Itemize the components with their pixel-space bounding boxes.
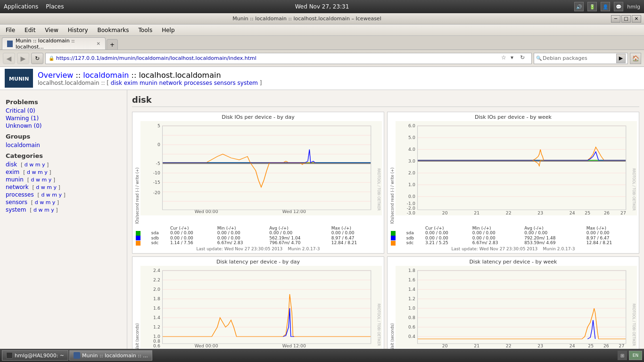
browser-taskbar-icon: [74, 352, 80, 359]
url-action-icons: ☆ ▾ ↻: [501, 54, 528, 63]
svg-text:4.0: 4.0: [408, 148, 415, 152]
sidebar-critical[interactable]: Critical (0): [6, 107, 121, 114]
svg-text:-3.0: -3.0: [407, 211, 415, 215]
chart-footer-2: Last update: Wed Nov 27 23:30:05 2013 Mu…: [389, 247, 637, 251]
browser-taskbar-app[interactable]: Munin :: localdomain :: ...: [69, 350, 152, 361]
munin-breadcrumb: localhost.localdomain :: [ disk exim mun…: [38, 80, 262, 86]
bookmark-dropdown-icon[interactable]: ▾: [511, 54, 519, 63]
menu-view[interactable]: View: [41, 26, 62, 34]
breadcrumb-disk[interactable]: disk: [111, 80, 122, 86]
cat-exim-link[interactable]: exim: [6, 169, 19, 175]
warning-link[interactable]: Warning (1): [6, 115, 39, 122]
battery-icon[interactable]: 🔋: [587, 2, 597, 11]
refresh-icon[interactable]: ↻: [520, 54, 528, 63]
legend2-sdb-name: sdb: [405, 236, 424, 241]
cat-disk-link[interactable]: disk: [6, 161, 17, 168]
svg-text:0.8: 0.8: [153, 339, 160, 343]
breadcrumb-system[interactable]: system: [238, 80, 258, 86]
cat-sensors-sub: [ d w m y ]: [31, 199, 59, 206]
menu-help[interactable]: Help: [158, 26, 178, 34]
forward-button[interactable]: ▶: [17, 53, 29, 64]
chart4-ylabel: erage IO Wait (seconds): [389, 266, 396, 349]
menu-bookmarks[interactable]: Bookmarks: [94, 26, 133, 34]
sys-network-icon: ⊞: [618, 351, 627, 360]
sidebar-cat-processes: processes [ d w m y ]: [6, 191, 121, 198]
menu-history[interactable]: History: [64, 26, 92, 34]
tab-close-icon[interactable]: ✕: [97, 41, 100, 46]
cat-exim-sub: [ d w m y ]: [23, 169, 51, 175]
menu-tools[interactable]: Tools: [135, 26, 157, 34]
back-button[interactable]: ◀: [3, 53, 15, 64]
cat-processes-sub: [ d w m y ]: [38, 192, 66, 198]
cat-processes-link[interactable]: processes: [6, 191, 34, 198]
localdomain-group-link[interactable]: localdomain: [6, 142, 40, 148]
url-bar[interactable]: 🔒 https://127.0.0.1/admin/munin/localdom…: [45, 53, 532, 64]
sidebar-cat-disk: disk [ d w m y ]: [6, 161, 121, 168]
legend-sdb-min: 0.00 / 0.00: [216, 236, 268, 241]
legend2-sda-color: [391, 231, 396, 236]
close-button[interactable]: ✕: [632, 15, 641, 23]
breadcrumb-sensors[interactable]: sensors: [214, 80, 236, 86]
chart-title-4: Disk latency per device - by week: [389, 259, 637, 265]
svg-text:3.0: 3.0: [408, 159, 415, 164]
sidebar-localdomain[interactable]: localdomain: [6, 142, 121, 148]
terminal-taskbar-app[interactable]: hmlg@HAL9000: ~: [2, 350, 68, 361]
applications-menu[interactable]: Applications: [4, 3, 38, 10]
svg-text:26: 26: [604, 211, 610, 215]
legend2-sdc-min: 6.67m/ 2.83: [471, 240, 523, 246]
cat-system-sub: [ d w m y ]: [30, 207, 58, 213]
legend-sdb-cur: 0.00 / 0.00: [169, 236, 216, 241]
reload-button[interactable]: ↻: [31, 53, 43, 64]
unknown-link[interactable]: Unknown (0): [6, 123, 42, 129]
new-tab-button[interactable]: +: [107, 39, 118, 49]
legend-sda-name: sda: [150, 230, 169, 236]
legend-sdc-cur: 1.14 / 7.56: [169, 240, 216, 246]
active-tab[interactable]: Munin :: localdomain :: localhost... ✕: [2, 37, 106, 49]
menu-edit[interactable]: Edit: [21, 26, 39, 34]
home-button[interactable]: 🏠: [630, 53, 641, 64]
cat-system-link[interactable]: system: [6, 206, 26, 213]
legend2-sdc-cur: 3.21 / 5.25: [424, 240, 471, 246]
chart-disk-ios-day: Disk IOs per device - by day IOs/second …: [132, 112, 384, 254]
chart3-ylabel: erage IO Wait (seconds): [134, 266, 140, 349]
sidebar-unknown[interactable]: Unknown (0): [6, 123, 121, 129]
menu-file[interactable]: File: [2, 26, 19, 34]
svg-text:RRDTOOL / TOBI OETIKER: RRDTOOL / TOBI OETIKER: [377, 168, 381, 211]
localdomain-link[interactable]: localdomain: [83, 71, 129, 80]
bookmark-star-icon[interactable]: ☆: [501, 54, 510, 63]
search-bar[interactable]: 🔍 Debian packages ▶: [534, 53, 628, 64]
svg-text:27: 27: [619, 344, 625, 348]
chart1-ylabel: IOs/second read (-) / write (+): [134, 121, 140, 225]
chart-disk-latency-day: Disk latency per device - by day erage I…: [132, 256, 384, 349]
title-sep1: ::: [75, 71, 83, 80]
svg-text:1.2: 1.2: [408, 296, 415, 301]
volume-icon[interactable]: 🔊: [574, 2, 584, 11]
search-submit-button[interactable]: ▶: [616, 54, 626, 63]
places-menu[interactable]: Places: [46, 3, 64, 10]
chart-area-2: IOs/second read (-) / write (+): [389, 121, 637, 225]
svg-rect-54: [140, 266, 382, 348]
sidebar-warning[interactable]: Warning (1): [6, 115, 121, 122]
svg-text:1.4: 1.4: [153, 315, 160, 320]
chat-icon[interactable]: 💬: [614, 2, 623, 11]
overview-link[interactable]: Overview: [38, 71, 73, 80]
search-placeholder: Debian packages: [543, 55, 615, 61]
user-icon[interactable]: 👤: [601, 2, 610, 11]
critical-link[interactable]: Critical (0): [6, 107, 35, 114]
breadcrumb-network[interactable]: network: [159, 80, 182, 86]
svg-text:0: 0: [157, 143, 160, 147]
chart4-svg: 1.8 1.6 1.4 1.2 1.0 0.8 0.6 0.4 20 21 22: [396, 266, 637, 348]
breadcrumb-processes[interactable]: processes: [184, 80, 212, 86]
problems-title: Problems: [6, 99, 121, 106]
breadcrumb-exim[interactable]: exim: [124, 80, 138, 86]
cat-network-link[interactable]: network: [6, 184, 29, 190]
cat-munin-link[interactable]: munin: [6, 176, 24, 183]
breadcrumb-munin[interactable]: munin: [140, 80, 157, 86]
main-layout: Problems Critical (0) Warning (1) Unknow…: [0, 90, 644, 349]
browser-titlebar: Munin :: localdomain :: localhost.locald…: [0, 13, 644, 25]
svg-text:RRDTOOL / TOBI OETIKER: RRDTOOL / TOBI OETIKER: [632, 304, 636, 346]
cat-sensors-link[interactable]: sensors: [6, 199, 27, 206]
minimize-button[interactable]: ─: [611, 15, 620, 23]
legend2-sdb-avg: 792.20m/ 1.48: [523, 236, 585, 241]
maximize-button[interactable]: □: [621, 15, 631, 23]
